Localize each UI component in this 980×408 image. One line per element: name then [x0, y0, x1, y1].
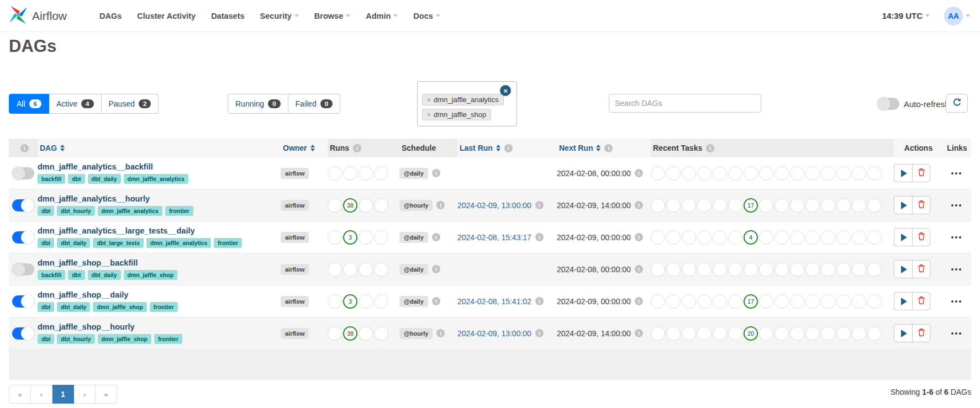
dag-tag[interactable]: backfill — [38, 270, 65, 280]
dag-name-link[interactable]: dmn_jaffle_shop__hourly — [38, 322, 135, 331]
success-tasks-count[interactable]: 17 — [744, 198, 758, 213]
filter-tab-active[interactable]: Active 4 — [49, 94, 102, 114]
dag-tag[interactable]: dbt — [68, 270, 85, 280]
trigger-dag-button[interactable] — [894, 292, 912, 310]
remove-tag-icon[interactable]: × — [427, 96, 431, 104]
dag-tag[interactable]: dmn_jaffle_shop — [98, 334, 151, 344]
nav-item-cluster-activity[interactable]: Cluster Activity — [137, 12, 196, 20]
success-tasks-count[interactable]: 17 — [744, 294, 758, 309]
nav-item-dags[interactable]: DAGs — [99, 12, 122, 20]
nav-item-datasets[interactable]: Datasets — [211, 12, 244, 20]
last-run-link[interactable]: 2024-02-09, 13:00:00 — [457, 201, 531, 210]
nav-item-security[interactable]: Security — [260, 12, 299, 20]
dag-name-link[interactable]: dmn_jaffle_analytics__large_tests__daily — [38, 226, 195, 235]
remove-tag-icon[interactable]: × — [427, 111, 431, 119]
dag-tag[interactable]: dbt_daily — [57, 302, 90, 312]
dag-tag[interactable]: dmn_jaffle_shop — [93, 302, 146, 312]
dag-name-link[interactable]: dmn_jaffle_shop__daily — [38, 290, 128, 299]
filter-tab-all[interactable]: All 6 — [9, 94, 49, 114]
pagination-page-1[interactable]: 1 — [52, 385, 74, 404]
column-header-next-run[interactable]: Next Run i — [557, 139, 651, 157]
dag-tag[interactable]: frontier — [165, 206, 193, 216]
dag-tag[interactable]: dbt_large_tests — [93, 238, 144, 248]
pagination-last[interactable]: » — [96, 385, 117, 404]
dag-name-link[interactable]: dmn_jaffle_analytics__hourly — [38, 194, 150, 203]
dag-pause-toggle[interactable] — [12, 327, 34, 340]
dag-name-link[interactable]: dmn_jaffle_shop__backfill — [38, 258, 138, 267]
dag-links-menu[interactable] — [941, 260, 971, 278]
delete-dag-button[interactable] — [912, 324, 930, 342]
clear-tag-filter-button[interactable]: × — [500, 85, 511, 96]
dag-links-menu[interactable] — [941, 292, 971, 310]
success-runs-count[interactable]: 38 — [343, 198, 357, 213]
success-tasks-count[interactable]: 4 — [744, 230, 758, 245]
owner-badge[interactable]: airflow — [281, 328, 309, 339]
dag-tag[interactable]: dmn_jaffle_analytics — [124, 174, 188, 184]
last-run-link[interactable]: 2024-02-09, 13:00:00 — [457, 329, 531, 338]
dag-name-link[interactable]: dmn_jaffle_analytics__backfill — [38, 162, 153, 171]
dag-tag[interactable]: frontier — [154, 334, 182, 344]
dag-pause-toggle[interactable] — [12, 199, 34, 211]
dag-pause-toggle[interactable] — [12, 295, 34, 308]
dag-links-menu[interactable] — [941, 196, 971, 214]
dag-tag[interactable]: dbt — [38, 238, 54, 248]
filter-tab-paused[interactable]: Paused 2 — [102, 94, 159, 114]
delete-dag-button[interactable] — [912, 260, 930, 278]
owner-badge[interactable]: airflow — [281, 232, 309, 243]
pagination-first[interactable]: « — [9, 385, 31, 404]
dag-tag[interactable]: dmn_jaffle_analytics — [146, 238, 211, 248]
dag-tag[interactable]: dbt_hourly — [57, 334, 94, 344]
filter-tab-failed[interactable]: Failed 0 — [288, 94, 341, 114]
trigger-dag-button[interactable] — [894, 196, 912, 214]
trigger-dag-button[interactable] — [894, 228, 912, 246]
success-runs-count[interactable]: 38 — [343, 326, 357, 341]
filter-tab-running[interactable]: Running 0 — [228, 94, 288, 114]
dag-tag[interactable]: dbt — [68, 174, 85, 184]
owner-badge[interactable]: airflow — [281, 296, 309, 307]
dag-pause-toggle[interactable] — [12, 231, 34, 243]
auto-refresh-toggle[interactable] — [877, 98, 899, 110]
pagination-prev[interactable]: ‹ — [31, 385, 52, 404]
nav-item-docs[interactable]: Docs — [413, 12, 440, 20]
delete-dag-button[interactable] — [912, 228, 930, 246]
dag-links-menu[interactable] — [941, 164, 971, 182]
nav-item-browse[interactable]: Browse — [314, 12, 350, 20]
dag-tag[interactable]: frontier — [150, 302, 178, 312]
nav-item-admin[interactable]: Admin — [366, 12, 398, 20]
delete-dag-button[interactable] — [912, 196, 930, 214]
owner-badge[interactable]: airflow — [281, 200, 309, 211]
dag-tag[interactable]: dmn_jaffle_analytics — [98, 206, 162, 216]
dag-tag[interactable]: backfill — [38, 174, 65, 184]
trigger-dag-button[interactable] — [894, 324, 912, 342]
dag-tag[interactable]: frontier — [214, 238, 242, 248]
delete-dag-button[interactable] — [912, 164, 930, 182]
airflow-logo[interactable]: Airflow — [8, 4, 80, 28]
tag-filter-pill[interactable]: × dmn_jaffle_analytics — [422, 94, 504, 105]
delete-dag-button[interactable] — [912, 292, 930, 310]
dag-tag[interactable]: dbt_hourly — [57, 206, 94, 216]
dag-links-menu[interactable] — [941, 228, 971, 246]
dag-links-menu[interactable] — [941, 324, 971, 342]
dag-tag[interactable]: dbt — [38, 302, 54, 312]
success-runs-count[interactable]: 3 — [343, 294, 357, 309]
trigger-dag-button[interactable] — [894, 260, 912, 278]
user-menu[interactable]: AA — [944, 7, 970, 25]
dag-tag[interactable]: dbt — [38, 206, 54, 216]
pagination-next[interactable]: › — [74, 385, 96, 404]
dag-pause-toggle[interactable] — [12, 167, 34, 179]
column-header-last-run[interactable]: Last Run i — [457, 139, 557, 157]
trigger-dag-button[interactable] — [894, 164, 912, 182]
dag-tag[interactable]: dbt_daily — [88, 174, 121, 184]
last-run-link[interactable]: 2024-02-08, 15:43:17 — [457, 233, 531, 242]
dag-tag[interactable]: dmn_jaffle_shop — [124, 270, 177, 280]
tag-filter-pill[interactable]: × dmn_jaffle_shop — [422, 109, 491, 120]
column-header-owner[interactable]: Owner — [281, 139, 328, 157]
last-run-link[interactable]: 2024-02-08, 15:41:02 — [457, 297, 531, 306]
dag-tag[interactable]: dbt — [38, 334, 54, 344]
column-header-dag[interactable]: DAG — [38, 139, 281, 157]
owner-badge[interactable]: airflow — [281, 264, 309, 275]
refresh-button[interactable] — [946, 94, 968, 113]
dag-tag[interactable]: dbt_daily — [88, 270, 121, 280]
search-input[interactable] — [609, 94, 761, 113]
dag-pause-toggle[interactable] — [12, 263, 34, 275]
